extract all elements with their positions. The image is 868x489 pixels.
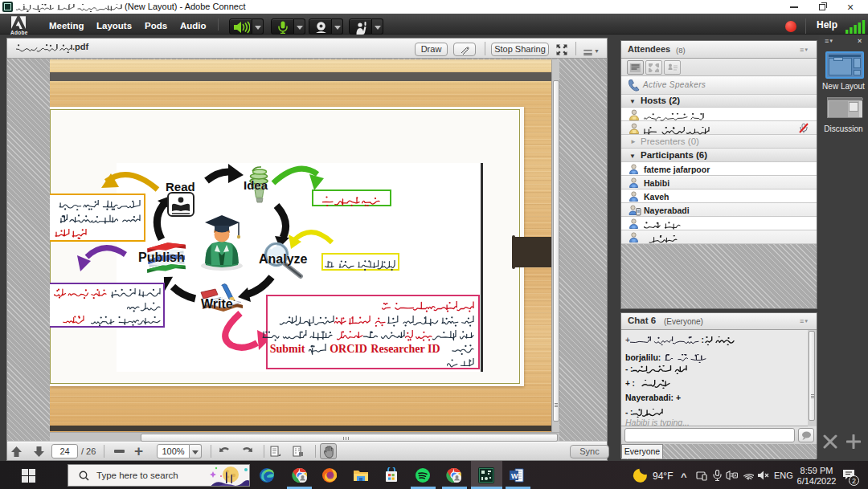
svg-text:W: W	[511, 472, 518, 480]
